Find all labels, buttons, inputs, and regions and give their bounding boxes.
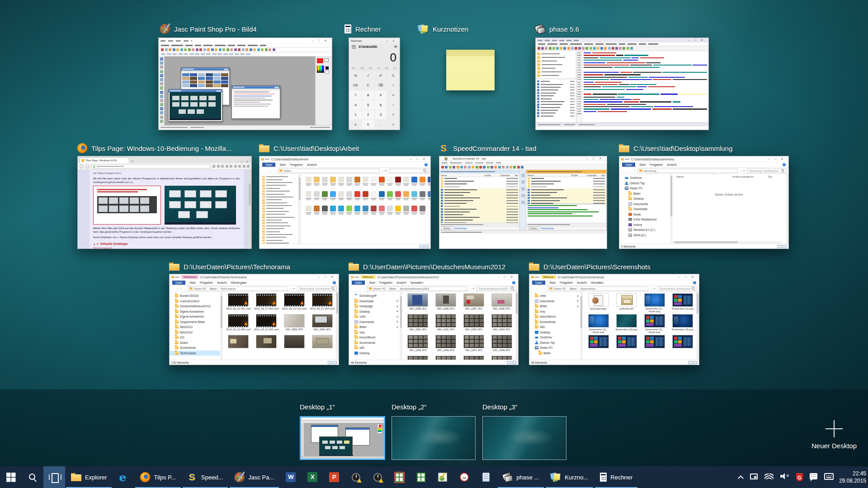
help-icon[interactable]: ?	[693, 281, 696, 284]
history-icon[interactable]: ⟲	[394, 45, 397, 49]
calc-key-8[interactable]: 8	[362, 90, 374, 100]
back-button[interactable]: ←	[80, 164, 84, 169]
new-desktop-button[interactable]: Neuer Desktop	[800, 420, 868, 450]
column-size[interactable]: Größe	[477, 174, 491, 177]
toolbar-icon[interactable]	[556, 47, 559, 50]
tray-messages[interactable]	[810, 473, 817, 481]
taskbar-button-time-tool-2[interactable]	[367, 466, 388, 488]
path-bar[interactable]	[439, 170, 519, 174]
tool-icon[interactable]	[160, 116, 163, 119]
toolbar-icon[interactable]	[460, 166, 463, 169]
center-icon[interactable]	[521, 201, 525, 204]
menu-item[interactable]	[203, 45, 212, 46]
sidebar-item-windows-8-1-c-[interactable]: Windows 8.1 (C:)	[619, 227, 670, 233]
window-controls[interactable]: – □ ✕	[586, 157, 605, 160]
ribbon-tab-start[interactable]: Start	[369, 281, 375, 284]
toolbar-icon[interactable]	[230, 48, 233, 51]
taskbar-button-notes-pad[interactable]	[475, 466, 497, 488]
menu-item[interactable]	[627, 43, 637, 45]
toolbar-icon[interactable]	[238, 48, 241, 51]
menu-item[interactable]	[595, 43, 604, 45]
sidebar-item-dietrich-tilp[interactable]: Dietrich Tilp	[619, 181, 670, 186]
calc-key-x²[interactable]: x²	[375, 71, 387, 80]
toolbar-icon[interactable]	[211, 48, 214, 51]
thumb-header-technorama[interactable]: D:\UserDaten\Pictures\Technorama	[169, 261, 290, 272]
tray-wifi[interactable]	[764, 473, 774, 481]
calc-key-2[interactable]: 2	[362, 110, 374, 120]
menu-bar[interactable]: DateiBearbeitenOrdnerAnsichtExtrasHilfe	[439, 161, 607, 164]
ribbon-tab-ansicht[interactable]: Ansicht	[667, 163, 676, 166]
calc-key-3[interactable]: 3	[375, 110, 387, 120]
file-item[interactable]	[537, 115, 575, 117]
thumb-header-speedcommander[interactable]: SpeedCommander 14 - tiad	[439, 143, 536, 154]
thumb-header-firefox[interactable]: Tilps Page: Windows-10-Bedienung - Mozil…	[77, 143, 231, 154]
tray-gdata-shield[interactable]	[796, 473, 803, 481]
sidebar-item-technorama[interactable]: Technorama	[170, 351, 220, 356]
thumb-header-sammlung[interactable]: C:\Users\tiad\Desktop\sammlung	[619, 143, 732, 154]
sidebar-item-desktop[interactable]: Desktop	[619, 196, 670, 202]
tool-icon[interactable]	[160, 70, 163, 73]
ribbon-tab-datei[interactable]: Datei	[622, 163, 635, 167]
help-icon[interactable]: ?	[333, 281, 336, 284]
toolbar-icon[interactable]	[509, 166, 512, 169]
toolbar-icon[interactable]	[457, 166, 459, 169]
toolbar-icon[interactable]	[207, 48, 210, 51]
tab-dateiablage[interactable]: Dateiablage	[454, 227, 467, 230]
toolbar-icon[interactable]	[269, 48, 271, 51]
scrollbar[interactable]	[515, 292, 518, 360]
window-thumbnail-rechner[interactable]: Rechner – □ ✕ STANDARD ⟲ 0 MCMRM+M-MSM˅ …	[349, 38, 400, 130]
toolbar-icon[interactable]	[192, 48, 194, 51]
toolbar-icon[interactable]	[538, 47, 540, 50]
menu-item[interactable]	[171, 45, 183, 46]
toolbar-icon[interactable]	[517, 166, 520, 169]
toolbar-icon[interactable]	[230, 165, 232, 168]
nav-buttons[interactable]: ← → ⌄ ↑	[171, 287, 186, 290]
desktop-thumbnail-3[interactable]	[482, 416, 566, 460]
sidebar-item-screenshots[interactable]: Screenshots	[529, 319, 580, 325]
nav-arrows[interactable]: ▲ ▼	[93, 243, 99, 245]
sidebar-item-metz2013[interactable]: Metz2013	[170, 324, 220, 330]
window-thumbnail-psp[interactable]: – □ ✕	[158, 38, 332, 130]
toolbar-icon[interactable]	[468, 166, 471, 169]
thumb-header-screenshots[interactable]: D:\UserDaten\Pictures\Screenshots	[529, 261, 651, 272]
quick-access-toolbar[interactable]	[621, 158, 629, 160]
sidebar-item-eigene-aufnahmen[interactable]: Eigene Aufnahmen	[170, 314, 220, 319]
ribbon-tab-verwalten[interactable]: Verwalten	[410, 281, 424, 284]
sidebar-item-screenshots[interactable]: Screenshots	[170, 345, 220, 351]
menu-ansicht[interactable]: Ansicht	[476, 161, 484, 164]
ribbon-context-tab[interactable]: Bildtools	[541, 275, 556, 279]
file-item[interactable]	[402, 177, 410, 190]
column-attr[interactable]: Attr	[597, 174, 605, 177]
sidebar-item-dokumente[interactable]: Dokumente	[619, 202, 670, 207]
file-item[interactable]	[329, 177, 337, 190]
ribbon-tab-ansicht[interactable]: Ansicht	[217, 281, 226, 284]
thumb-header-rechner[interactable]: Rechner	[344, 23, 381, 34]
file-item[interactable]	[642, 335, 667, 356]
file-item[interactable]	[362, 206, 369, 219]
tool-icon[interactable]	[160, 99, 163, 102]
toolbar-icon[interactable]	[167, 53, 171, 55]
file-item[interactable]	[226, 335, 251, 356]
tray-display[interactable]	[750, 473, 758, 481]
toolbar-icon[interactable]	[600, 47, 603, 50]
ribbon-tab-datei[interactable]: Datei	[172, 281, 185, 285]
file-item[interactable]	[313, 177, 321, 190]
sidebar-item-bilder[interactable]: Bilder	[349, 324, 400, 330]
toolbar-icon[interactable]	[552, 47, 555, 50]
ribbon-context-tab[interactable]: Bildtools	[361, 275, 376, 279]
browser-tab[interactable]: Tilps Page: Windows-10-B...	[80, 157, 129, 163]
toolbar-icon[interactable]	[217, 165, 220, 168]
help-icon[interactable]: ?	[512, 281, 515, 284]
sidebar-item-deutschesmuseum2012[interactable]: DeutschesMuseum2012	[170, 304, 220, 309]
ribbon-tab-ansicht[interactable]: Ansicht	[577, 281, 586, 284]
toolbar-icon[interactable]	[165, 48, 168, 51]
toolbar-icon[interactable]	[235, 53, 239, 55]
breadcrumb[interactable]: sammlung	[637, 169, 738, 173]
file-item[interactable]: IMG_0295.JPG	[405, 335, 431, 356]
tool-icon[interactable]	[160, 107, 163, 110]
file-item[interactable]: IMG_0297.JPG	[461, 335, 487, 356]
toolbar-icon[interactable]	[215, 48, 217, 51]
search-box[interactable]: "Technorama" durchsuchen	[297, 286, 337, 291]
window-thumbnail-museum[interactable]: BildtoolsD:\UserDaten\Pictures\Deutsches…	[349, 274, 519, 365]
sidebar-item-desktop[interactable]: Desktop	[349, 309, 400, 314]
